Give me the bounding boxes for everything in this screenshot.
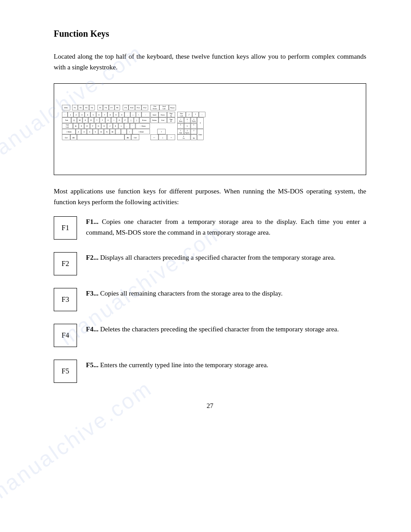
f4-key-label: F4 <box>62 330 69 341</box>
svg-text:⇧ Shift: ⇧ Shift <box>66 131 72 133</box>
intro-text: Located along the top half of the keyboa… <box>54 51 366 73</box>
svg-text:↑: ↑ <box>161 130 162 133</box>
svg-text:F10: F10 <box>130 107 134 109</box>
svg-text:V: V <box>95 131 96 133</box>
f3-key-box: F3 <box>54 288 77 311</box>
svg-text:8: 8 <box>110 114 111 116</box>
f2-text: Displays all characters preceding a spec… <box>98 254 335 261</box>
svg-text:Lock: Lock <box>163 108 166 110</box>
svg-text:F1: F1 <box>74 107 76 109</box>
svg-text:S: S <box>81 125 82 127</box>
svg-text:Lock: Lock <box>180 115 183 117</box>
f3-entry: F3 F3... Copies all remaining characters… <box>54 288 366 311</box>
f1-text: Copies one character from a temporary st… <box>86 218 366 236</box>
svg-text:←: ← <box>145 114 147 116</box>
svg-text:F6: F6 <box>105 107 107 109</box>
svg-text:6: 6 <box>98 114 99 116</box>
svg-text:Page: Page <box>170 113 173 115</box>
svg-text:D: D <box>86 125 88 127</box>
svg-text:X: X <box>83 131 85 133</box>
svg-text:F3: F3 <box>85 107 87 109</box>
svg-text:Home: Home <box>179 120 183 122</box>
svg-text:Scroll: Scroll <box>163 106 166 107</box>
svg-text:←: ← <box>180 126 181 128</box>
svg-text:,: , <box>118 131 118 133</box>
f5-text: Enters the currently typed line into the… <box>98 361 268 369</box>
svg-text:K: K <box>115 125 116 127</box>
svg-text:P: P <box>124 119 126 121</box>
svg-text:Q: Q <box>73 119 75 121</box>
svg-text:Pause: Pause <box>170 107 175 109</box>
svg-text:2: 2 <box>76 114 77 116</box>
svg-text:Delete: Delete <box>152 120 157 121</box>
svg-text:Print: Print <box>154 106 156 107</box>
svg-text:F5: F5 <box>99 107 102 109</box>
svg-text:Up: Up <box>170 115 172 117</box>
svg-text:ESC: ESC <box>64 107 68 109</box>
svg-text:Enter: Enter <box>142 119 147 121</box>
svg-text:7: 7 <box>104 114 105 116</box>
f3-bold: F3... <box>86 290 98 297</box>
svg-text:H: H <box>103 125 105 127</box>
svg-text:Caps: Caps <box>66 124 69 126</box>
svg-text:Screen: Screen <box>153 108 157 110</box>
svg-text:9: 9 <box>116 114 116 116</box>
page-title: Function Keys <box>54 27 366 40</box>
svg-text:F2: F2 <box>80 107 82 109</box>
f2-entry: F2 F2... Displays all characters precedi… <box>54 252 366 275</box>
svg-text:Pg Up: Pg Up <box>192 120 196 122</box>
f5-description: F5... Enters the currently typed line in… <box>86 360 366 370</box>
svg-text:Pg Dn: Pg Dn <box>185 132 189 134</box>
keyboard-diagram: ESC F1 F2 F3 F4 F5 F6 F7 F8 F9 F10 F11 F… <box>54 83 366 175</box>
f5-entry: F5 F5... Enters the currently typed line… <box>54 360 366 383</box>
keyboard-svg: ESC F1 F2 F3 F4 F5 F6 F7 F8 F9 F10 F11 F… <box>61 93 359 163</box>
svg-text:F8: F8 <box>116 107 119 109</box>
svg-text:Dn: Dn <box>170 120 172 122</box>
svg-text:.: . <box>124 131 124 133</box>
svg-text:O: O <box>119 119 120 121</box>
svg-text:M: M <box>112 131 113 133</box>
svg-text:F7: F7 <box>111 107 113 109</box>
svg-text:End: End <box>162 120 164 121</box>
svg-text:5: 5 <box>187 125 188 127</box>
f3-key-label: F3 <box>62 294 69 305</box>
f4-description: F4... Deletes the characters preceding t… <box>86 324 366 335</box>
svg-text:Ins: Ins <box>183 138 184 140</box>
svg-text:Ctrl: Ctrl <box>65 137 68 139</box>
svg-text:5: 5 <box>93 114 94 116</box>
svg-text:→: → <box>193 132 194 134</box>
f5-bold: F5... <box>86 361 98 369</box>
svg-text:Page: Page <box>170 119 173 120</box>
svg-text:B: B <box>101 131 102 133</box>
f3-text: Copies all remaining characters from the… <box>98 290 283 297</box>
svg-text:*: * <box>195 114 196 116</box>
svg-text:]: ] <box>136 119 137 121</box>
svg-text:←: ← <box>153 136 156 139</box>
svg-text:Insert: Insert <box>153 114 157 116</box>
svg-text:R: R <box>90 119 92 121</box>
svg-text:1: 1 <box>70 114 71 116</box>
f2-key-box: F2 <box>54 252 77 275</box>
f5-key-label: F5 <box>62 366 69 377</box>
svg-rect-202 <box>77 135 124 140</box>
svg-text:Y: Y <box>102 119 103 121</box>
svg-text:Del: Del <box>193 138 195 140</box>
f4-text: Deletes the characters preceding the spe… <box>98 326 339 333</box>
svg-text:W: W <box>79 119 81 121</box>
svg-text:Num: Num <box>180 113 183 115</box>
f3-description: F3... Copies all remaining characters fr… <box>86 288 366 299</box>
svg-text:Lock: Lock <box>66 126 69 128</box>
f5-key-box: F5 <box>54 360 77 383</box>
svg-text:F9: F9 <box>124 107 127 109</box>
svg-text:+: + <box>200 122 201 124</box>
f1-bold: F1... <box>86 218 98 225</box>
svg-text:End: End <box>180 132 182 134</box>
svg-text:↓: ↓ <box>162 136 163 139</box>
svg-text:U: U <box>107 119 109 121</box>
f1-key-box: F1 <box>54 216 77 240</box>
svg-text:→: → <box>170 136 172 139</box>
svg-text:→: → <box>193 126 194 128</box>
svg-text:F11: F11 <box>137 107 140 109</box>
function-entries: F1 F1... Copies one character from a tem… <box>54 216 366 383</box>
svg-text:F12: F12 <box>143 107 146 109</box>
